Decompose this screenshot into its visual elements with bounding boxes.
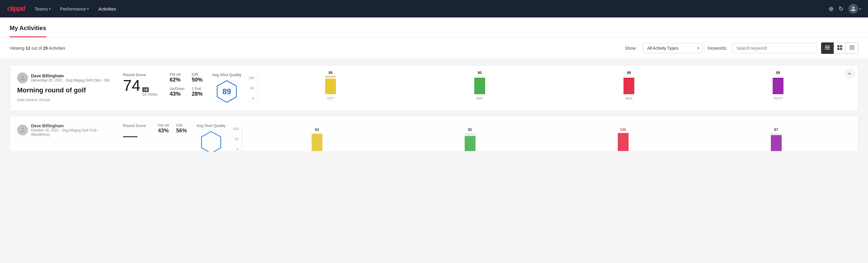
nav-item-teams[interactable]: Teams ▾ <box>35 6 51 11</box>
bar-top-ott-0 <box>325 76 336 77</box>
svg-rect-3 <box>837 45 839 47</box>
svg-rect-1 <box>825 47 830 48</box>
bar-col-1-1: 82 <box>395 127 545 151</box>
secondary-stats-0: FW Hit 62% Up/Down 43% GIR 50% 1 Putt <box>169 72 203 98</box>
search-input[interactable] <box>732 43 816 53</box>
fw-hit-label-0: FW Hit <box>169 72 184 77</box>
round-score-number-0: 74 <box>123 78 141 93</box>
compact-view-button[interactable] <box>846 42 858 54</box>
user-details-1: Dave Billingham October 16, 2021 · Gog M… <box>31 123 114 137</box>
svg-rect-5 <box>837 48 839 50</box>
subheader: My Activities <box>0 18 868 38</box>
y-label-0-0: 0 <box>252 96 254 100</box>
gir-1: GIR 56% <box>176 123 187 134</box>
updown-val-0: 43% <box>169 91 184 97</box>
nav-right: ⊕ ↻ ▾ <box>829 4 861 13</box>
bar-val-2-1: 106 <box>620 127 626 132</box>
hexagon-0: 89 <box>215 80 239 104</box>
bar-label-putt-0: PUTT <box>774 96 783 100</box>
svg-rect-7 <box>850 46 855 46</box>
card-stats-0: Round Score 74 +4 18 Holes FW Hit 62% <box>123 72 203 98</box>
gir-block-1: GIR 56% <box>176 123 187 143</box>
bar-outer-ott-0 <box>325 76 336 94</box>
fw-hit-val-1: 43% <box>158 127 169 134</box>
user-date-1: October 16, 2021 · Gog Magog Golf Club -… <box>31 128 114 137</box>
card-left-1: Dave Billingham October 16, 2021 · Gog M… <box>17 123 114 139</box>
user-info-0: Dave Billingham December 05, 2021 · Gog … <box>17 72 114 83</box>
holes-0: 18 Holes <box>142 92 158 96</box>
viewing-count-text: Viewing 12 out of 29 Activities <box>10 46 620 51</box>
bar-col-arg-0: 89 ARG <box>556 71 702 100</box>
user-name-1: Dave Billingham <box>31 123 114 128</box>
fw-block-1: FW Hit 43% <box>158 123 169 143</box>
bar-outer-arg-0 <box>623 76 634 94</box>
y-label-100-1: 100 <box>233 127 238 130</box>
svg-rect-9 <box>850 48 855 49</box>
logo[interactable]: clippd <box>7 5 25 12</box>
activity-type-select[interactable]: All Activity Types <box>643 43 703 53</box>
bar-inner-2-1 <box>618 133 629 151</box>
gir-val-1: 56% <box>176 127 187 134</box>
svg-rect-8 <box>850 47 855 47</box>
round-score-label-0: Round Score <box>123 72 158 77</box>
updown-label-0: Up/Down <box>169 87 184 91</box>
viewing-suffix: Activities <box>49 46 65 51</box>
grid-view-button[interactable] <box>834 42 846 54</box>
svg-rect-2 <box>825 49 830 49</box>
gir-label-0: GIR <box>192 72 203 77</box>
bar-inner-ott-0 <box>325 79 336 94</box>
bar-inner-app-0 <box>474 78 485 94</box>
bar-outer-0-1 <box>312 133 322 151</box>
svg-rect-6 <box>840 48 842 50</box>
card-quality-0: Avg Shot Quality 89 100 50 0 <box>212 72 851 104</box>
oneputt-val-0: 28% <box>192 91 203 97</box>
list-view-button[interactable] <box>821 42 834 54</box>
bar-chart-wrap-0: 100 50 0 85 OTT <box>248 76 851 100</box>
fw-hit-label-1: FW Hit <box>158 123 169 127</box>
card-left-0: Dave Billingham December 05, 2021 · Gog … <box>17 72 114 102</box>
viewing-count: 12 <box>26 46 30 51</box>
bar-top-putt-0 <box>773 78 783 79</box>
add-icon[interactable]: ⊕ <box>829 5 834 12</box>
gir-val-0: 50% <box>192 77 203 83</box>
bar-val-ott-0: 85 <box>329 71 332 75</box>
bar-val-3-1: 87 <box>774 127 778 132</box>
bar-label-app-0: APP <box>476 96 483 100</box>
oneputt-label-0: 1 Putt <box>192 87 203 91</box>
card-quality-1: Avg Shot Quality 100 50 0 <box>197 123 851 152</box>
hex-score-0: 89 <box>222 87 231 96</box>
activity-card-1: Dave Billingham October 16, 2021 · Gog M… <box>10 116 858 152</box>
bar-col-putt-0: 89 PUTT <box>705 71 851 100</box>
data-source-0: Data Source: Arccos <box>17 98 114 102</box>
teams-chevron-icon: ▾ <box>49 7 51 10</box>
bar-val-arg-0: 89 <box>627 71 631 75</box>
bar-outer-app-0 <box>474 76 485 94</box>
user-menu-button[interactable]: ▾ <box>848 4 861 13</box>
avatar <box>848 4 858 13</box>
bar-inner-1-1 <box>465 136 475 151</box>
nav-item-performance[interactable]: Performance ▾ <box>60 6 89 11</box>
round-score-value-0: 74 +4 18 Holes <box>123 78 158 98</box>
user-name-0: Dave Billingham <box>31 74 110 78</box>
user-date-0: December 05, 2021 · Gog Magog Golf Club … <box>31 78 110 83</box>
filter-bar: Viewing 12 out of 29 Activities Show: Al… <box>0 38 868 59</box>
hexagon-wrap-1 <box>197 130 226 152</box>
activity-title-0: Morning round of golf <box>17 86 114 94</box>
round-score-block-1: Round Score — <box>123 123 146 143</box>
score-badge-wrap-0: +4 18 Holes <box>142 87 158 98</box>
avatar-0 <box>17 72 28 83</box>
page-title: My Activities <box>10 18 46 37</box>
refresh-icon[interactable]: ↻ <box>839 5 844 12</box>
activity-type-select-wrapper: All Activity Types ▾ <box>643 43 703 53</box>
bar-col-3-1: 87 <box>702 127 851 151</box>
svg-rect-0 <box>825 46 830 46</box>
nav-item-activities[interactable]: Activities <box>98 6 116 11</box>
nav-left: clippd Teams ▾ Performance ▾ Activities <box>7 5 116 12</box>
svg-rect-4 <box>840 45 842 47</box>
bar-inner-arg-0 <box>623 78 634 94</box>
score-badge-0: +4 <box>142 87 149 92</box>
bar-inner-putt-0 <box>773 78 783 94</box>
performance-label: Performance <box>60 6 86 11</box>
gir-0: GIR 50% <box>192 72 203 83</box>
bar-col-2-1: 106 <box>548 127 698 151</box>
